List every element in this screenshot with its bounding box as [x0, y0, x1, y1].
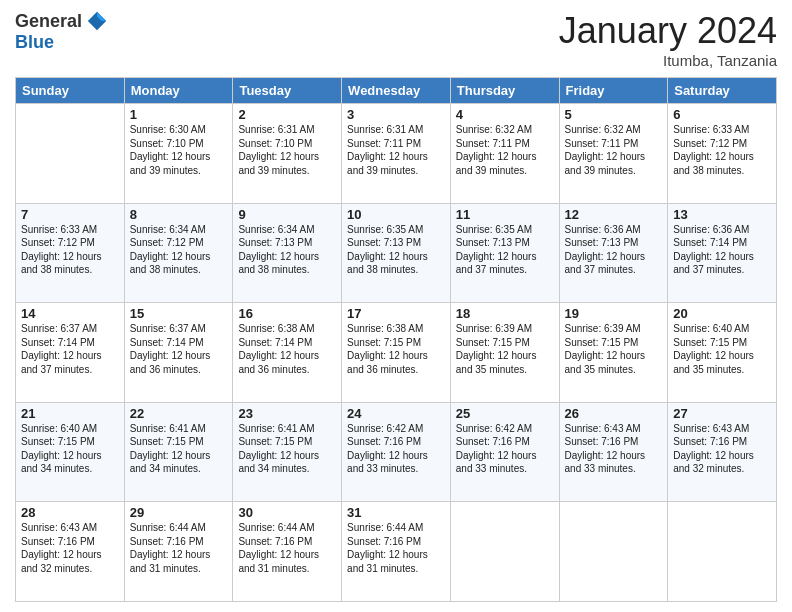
day-number: 21	[21, 406, 119, 421]
page: General Blue January 2024 Itumba, Tanzan…	[0, 0, 792, 612]
day-number: 29	[130, 505, 228, 520]
day-number: 22	[130, 406, 228, 421]
day-number: 20	[673, 306, 771, 321]
day-number: 12	[565, 207, 663, 222]
calendar-table: SundayMondayTuesdayWednesdayThursdayFrid…	[15, 77, 777, 602]
day-number: 6	[673, 107, 771, 122]
calendar-cell: 4Sunrise: 6:32 AM Sunset: 7:11 PM Daylig…	[450, 104, 559, 204]
cell-info: Sunrise: 6:41 AM Sunset: 7:15 PM Dayligh…	[130, 422, 228, 476]
calendar-week-1: 1Sunrise: 6:30 AM Sunset: 7:10 PM Daylig…	[16, 104, 777, 204]
day-number: 11	[456, 207, 554, 222]
calendar-cell: 16Sunrise: 6:38 AM Sunset: 7:14 PM Dayli…	[233, 303, 342, 403]
logo-icon	[86, 10, 108, 32]
calendar-cell: 29Sunrise: 6:44 AM Sunset: 7:16 PM Dayli…	[124, 502, 233, 602]
day-number: 13	[673, 207, 771, 222]
cell-info: Sunrise: 6:43 AM Sunset: 7:16 PM Dayligh…	[565, 422, 663, 476]
cell-info: Sunrise: 6:37 AM Sunset: 7:14 PM Dayligh…	[130, 322, 228, 376]
cell-info: Sunrise: 6:38 AM Sunset: 7:15 PM Dayligh…	[347, 322, 445, 376]
day-number: 9	[238, 207, 336, 222]
cell-info: Sunrise: 6:43 AM Sunset: 7:16 PM Dayligh…	[21, 521, 119, 575]
cell-info: Sunrise: 6:42 AM Sunset: 7:16 PM Dayligh…	[347, 422, 445, 476]
cell-info: Sunrise: 6:31 AM Sunset: 7:10 PM Dayligh…	[238, 123, 336, 177]
cell-info: Sunrise: 6:44 AM Sunset: 7:16 PM Dayligh…	[130, 521, 228, 575]
calendar-week-4: 21Sunrise: 6:40 AM Sunset: 7:15 PM Dayli…	[16, 402, 777, 502]
cell-info: Sunrise: 6:44 AM Sunset: 7:16 PM Dayligh…	[238, 521, 336, 575]
calendar-cell: 24Sunrise: 6:42 AM Sunset: 7:16 PM Dayli…	[342, 402, 451, 502]
day-number: 16	[238, 306, 336, 321]
calendar-cell: 10Sunrise: 6:35 AM Sunset: 7:13 PM Dayli…	[342, 203, 451, 303]
day-number: 24	[347, 406, 445, 421]
cell-info: Sunrise: 6:35 AM Sunset: 7:13 PM Dayligh…	[456, 223, 554, 277]
calendar-cell: 17Sunrise: 6:38 AM Sunset: 7:15 PM Dayli…	[342, 303, 451, 403]
cell-info: Sunrise: 6:31 AM Sunset: 7:11 PM Dayligh…	[347, 123, 445, 177]
calendar-cell: 28Sunrise: 6:43 AM Sunset: 7:16 PM Dayli…	[16, 502, 125, 602]
day-number: 10	[347, 207, 445, 222]
day-number: 15	[130, 306, 228, 321]
calendar-week-2: 7Sunrise: 6:33 AM Sunset: 7:12 PM Daylig…	[16, 203, 777, 303]
calendar-header-thursday: Thursday	[450, 78, 559, 104]
calendar-cell: 19Sunrise: 6:39 AM Sunset: 7:15 PM Dayli…	[559, 303, 668, 403]
day-number: 18	[456, 306, 554, 321]
calendar-cell: 23Sunrise: 6:41 AM Sunset: 7:15 PM Dayli…	[233, 402, 342, 502]
calendar-cell: 21Sunrise: 6:40 AM Sunset: 7:15 PM Dayli…	[16, 402, 125, 502]
calendar-cell	[668, 502, 777, 602]
calendar-cell: 18Sunrise: 6:39 AM Sunset: 7:15 PM Dayli…	[450, 303, 559, 403]
logo-general-text: General	[15, 11, 82, 32]
calendar-cell: 13Sunrise: 6:36 AM Sunset: 7:14 PM Dayli…	[668, 203, 777, 303]
cell-info: Sunrise: 6:36 AM Sunset: 7:13 PM Dayligh…	[565, 223, 663, 277]
calendar-cell: 14Sunrise: 6:37 AM Sunset: 7:14 PM Dayli…	[16, 303, 125, 403]
calendar-cell: 2Sunrise: 6:31 AM Sunset: 7:10 PM Daylig…	[233, 104, 342, 204]
cell-info: Sunrise: 6:43 AM Sunset: 7:16 PM Dayligh…	[673, 422, 771, 476]
cell-info: Sunrise: 6:34 AM Sunset: 7:13 PM Dayligh…	[238, 223, 336, 277]
day-number: 23	[238, 406, 336, 421]
calendar-cell: 11Sunrise: 6:35 AM Sunset: 7:13 PM Dayli…	[450, 203, 559, 303]
day-number: 30	[238, 505, 336, 520]
calendar-cell: 3Sunrise: 6:31 AM Sunset: 7:11 PM Daylig…	[342, 104, 451, 204]
calendar-cell: 22Sunrise: 6:41 AM Sunset: 7:15 PM Dayli…	[124, 402, 233, 502]
day-number: 5	[565, 107, 663, 122]
cell-info: Sunrise: 6:32 AM Sunset: 7:11 PM Dayligh…	[565, 123, 663, 177]
logo: General Blue	[15, 10, 108, 53]
cell-info: Sunrise: 6:32 AM Sunset: 7:11 PM Dayligh…	[456, 123, 554, 177]
calendar-header-wednesday: Wednesday	[342, 78, 451, 104]
calendar-header-saturday: Saturday	[668, 78, 777, 104]
calendar-header-friday: Friday	[559, 78, 668, 104]
day-number: 7	[21, 207, 119, 222]
cell-info: Sunrise: 6:30 AM Sunset: 7:10 PM Dayligh…	[130, 123, 228, 177]
cell-info: Sunrise: 6:33 AM Sunset: 7:12 PM Dayligh…	[21, 223, 119, 277]
cell-info: Sunrise: 6:37 AM Sunset: 7:14 PM Dayligh…	[21, 322, 119, 376]
calendar-cell: 31Sunrise: 6:44 AM Sunset: 7:16 PM Dayli…	[342, 502, 451, 602]
calendar-cell: 27Sunrise: 6:43 AM Sunset: 7:16 PM Dayli…	[668, 402, 777, 502]
calendar-cell: 20Sunrise: 6:40 AM Sunset: 7:15 PM Dayli…	[668, 303, 777, 403]
calendar-cell: 30Sunrise: 6:44 AM Sunset: 7:16 PM Dayli…	[233, 502, 342, 602]
calendar-header-monday: Monday	[124, 78, 233, 104]
day-number: 8	[130, 207, 228, 222]
calendar-cell: 6Sunrise: 6:33 AM Sunset: 7:12 PM Daylig…	[668, 104, 777, 204]
title-block: January 2024 Itumba, Tanzania	[559, 10, 777, 69]
calendar-cell	[450, 502, 559, 602]
day-number: 31	[347, 505, 445, 520]
calendar-header-sunday: Sunday	[16, 78, 125, 104]
logo-text: General	[15, 10, 108, 32]
subtitle: Itumba, Tanzania	[559, 52, 777, 69]
calendar-cell: 9Sunrise: 6:34 AM Sunset: 7:13 PM Daylig…	[233, 203, 342, 303]
cell-info: Sunrise: 6:35 AM Sunset: 7:13 PM Dayligh…	[347, 223, 445, 277]
day-number: 2	[238, 107, 336, 122]
calendar-cell: 26Sunrise: 6:43 AM Sunset: 7:16 PM Dayli…	[559, 402, 668, 502]
day-number: 19	[565, 306, 663, 321]
calendar-cell	[16, 104, 125, 204]
day-number: 28	[21, 505, 119, 520]
cell-info: Sunrise: 6:33 AM Sunset: 7:12 PM Dayligh…	[673, 123, 771, 177]
cell-info: Sunrise: 6:38 AM Sunset: 7:14 PM Dayligh…	[238, 322, 336, 376]
day-number: 14	[21, 306, 119, 321]
day-number: 3	[347, 107, 445, 122]
calendar-cell: 5Sunrise: 6:32 AM Sunset: 7:11 PM Daylig…	[559, 104, 668, 204]
day-number: 26	[565, 406, 663, 421]
cell-info: Sunrise: 6:40 AM Sunset: 7:15 PM Dayligh…	[673, 322, 771, 376]
cell-info: Sunrise: 6:42 AM Sunset: 7:16 PM Dayligh…	[456, 422, 554, 476]
cell-info: Sunrise: 6:39 AM Sunset: 7:15 PM Dayligh…	[565, 322, 663, 376]
calendar-week-3: 14Sunrise: 6:37 AM Sunset: 7:14 PM Dayli…	[16, 303, 777, 403]
header: General Blue January 2024 Itumba, Tanzan…	[15, 10, 777, 69]
calendar-cell: 8Sunrise: 6:34 AM Sunset: 7:12 PM Daylig…	[124, 203, 233, 303]
cell-info: Sunrise: 6:44 AM Sunset: 7:16 PM Dayligh…	[347, 521, 445, 575]
